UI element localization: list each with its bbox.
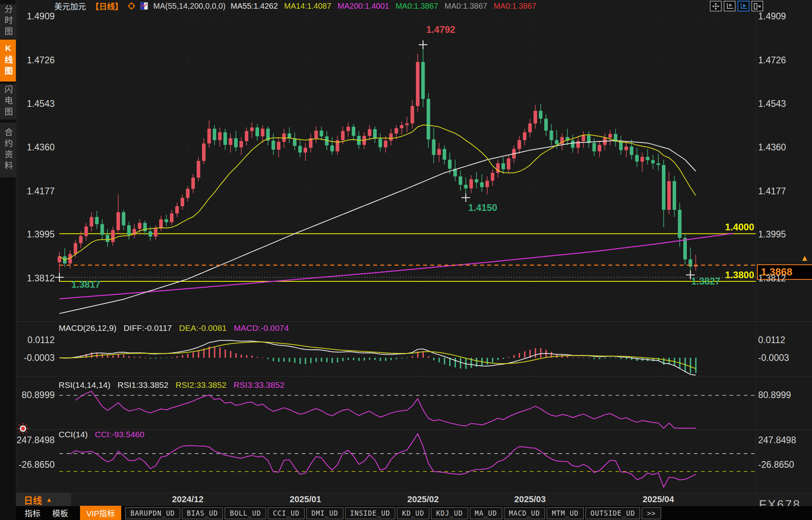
price-tick-label: 1.4909 — [0, 11, 55, 22]
extreme-price-annotation: 1.3817 — [71, 279, 100, 290]
price-tick-label: 1.4177 — [0, 186, 55, 197]
macd-dea-value: DEA:-0.0081 — [179, 323, 227, 333]
extreme-price-annotation: 1.4792 — [426, 24, 455, 35]
candlestick-chart-canvas[interactable] — [0, 0, 812, 520]
macd-axis-label: -0.0003 — [758, 353, 789, 363]
price-tick-label: 1.3812 — [758, 273, 786, 284]
rsi1-value: RSI1:33.3852 — [118, 380, 168, 390]
cci-axis-label: 247.8498 — [758, 435, 796, 446]
macd-panel-header: MACD(26,12,9) DIFF:-0.0117 DEA:-0.0081 M… — [59, 323, 289, 333]
cci-panel-header: CCI(14) CCI:-93.5460 — [59, 430, 144, 439]
tab-outside_ud[interactable]: OUTSIDE_UD — [585, 507, 640, 519]
macd-title: MACD(26,12,9) — [59, 323, 116, 333]
extreme-price-annotation: 1.3827 — [691, 276, 720, 287]
level-price-label: 1.4000 — [725, 222, 754, 233]
price-tick-label: 1.4543 — [0, 99, 55, 109]
extreme-price-annotation: 1.4150 — [468, 202, 497, 213]
rsi2-value: RSI2:33.3852 — [175, 380, 226, 390]
price-tick-label: 1.3812 — [0, 273, 55, 284]
panel-divider — [16, 321, 812, 322]
period-label: 日线 — [24, 493, 42, 507]
level-price-label: 1.3800 — [725, 269, 754, 281]
price-tick-label: 1.4543 — [758, 99, 786, 109]
tab-cci_ud[interactable]: CCI_UD — [268, 507, 305, 519]
rsi-axis-label: 80.8999 — [0, 390, 55, 400]
right-axis-divider — [756, 12, 756, 493]
tab-more[interactable]: >> — [642, 507, 661, 519]
macd-axis-label: 0.0112 — [758, 335, 785, 345]
date-axis-label: 2025/01 — [278, 494, 333, 505]
price-tick-label: 1.3995 — [758, 229, 786, 240]
cci-title: CCI(14) — [59, 430, 88, 439]
tab-bias_ud[interactable]: BIAS_UD — [182, 507, 223, 519]
tab-barupdn_ud[interactable]: BARUPDN_UD — [125, 507, 180, 519]
rsi-panel-header: RSI(14,14,14) RSI1:33.3852 RSI2:33.3852 … — [59, 380, 284, 390]
chart-application-window: 分时图K线图闪电图合约资料 美元加元 【日线】 MA(55,14,200,0,0… — [0, 0, 812, 520]
tab-mtm_ud[interactable]: MTM_UD — [547, 507, 583, 519]
cci-axis-label: -26.8650 — [758, 459, 794, 470]
tab-kd_ud[interactable]: KD_UD — [397, 507, 429, 519]
date-axis-label: 2025/03 — [502, 494, 558, 505]
rsi-axis-label: 80.8999 — [758, 390, 791, 400]
rsi3-value: RSI3:33.3852 — [234, 380, 284, 390]
price-tick-label: 1.4909 — [758, 11, 786, 22]
tab-ma_ud[interactable]: MA_UD — [470, 507, 502, 519]
tab-dmi_ud[interactable]: DMI_UD — [306, 507, 343, 519]
tab-indicator[interactable]: 指标 — [25, 507, 40, 519]
rsi-title: RSI(14,14,14) — [59, 380, 111, 390]
price-tick-label: 1.3995 — [0, 229, 55, 240]
macd-macd-value: MACD:-0.0074 — [234, 323, 289, 333]
panel-divider — [16, 376, 812, 376]
price-tick-label: 1.4360 — [758, 142, 786, 153]
macd-axis-label: -0.0003 — [0, 353, 55, 363]
triangle-up-icon: ▲ — [46, 496, 52, 503]
macd-diff-value: DIFF:-0.0117 — [124, 323, 172, 333]
tab-inside_ud[interactable]: INSIDE_UD — [345, 507, 395, 519]
date-axis-label: 2025/02 — [395, 494, 451, 505]
price-tick-label: 1.4360 — [0, 142, 55, 153]
tab-boll_ud[interactable]: BOLL_UD — [225, 507, 266, 519]
price-tick-label: 1.4726 — [0, 55, 55, 66]
date-axis-label: 2024/12 — [160, 494, 215, 505]
cci-value: CCI:-93.5460 — [95, 430, 145, 439]
price-tick-label: 1.4177 — [758, 186, 786, 197]
price-up-arrow-icon[interactable]: ▲ — [801, 253, 809, 263]
tab-vip-indicator[interactable]: VIP指标 — [80, 506, 121, 520]
tab-kdj_ud[interactable]: KDJ_UD — [431, 507, 468, 519]
live-record-icon — [16, 421, 30, 436]
period-selector-button[interactable]: 日线 ▲ — [16, 493, 71, 506]
tab-macd_ud[interactable]: MACD_UD — [504, 507, 545, 519]
tab-template[interactable]: 模板 — [52, 507, 68, 519]
macd-axis-label: 0.0112 — [0, 335, 55, 345]
indicator-tab-bar: 指标模板VIP指标BARUPDN_UDBIAS_UDBOLL_UDCCI_UDD… — [16, 506, 812, 520]
date-axis-label: 2025/04 — [631, 494, 686, 505]
cci-axis-label: -26.8650 — [0, 459, 55, 470]
cci-axis-label: 247.8498 — [0, 435, 55, 446]
price-tick-label: 1.4726 — [758, 55, 786, 66]
